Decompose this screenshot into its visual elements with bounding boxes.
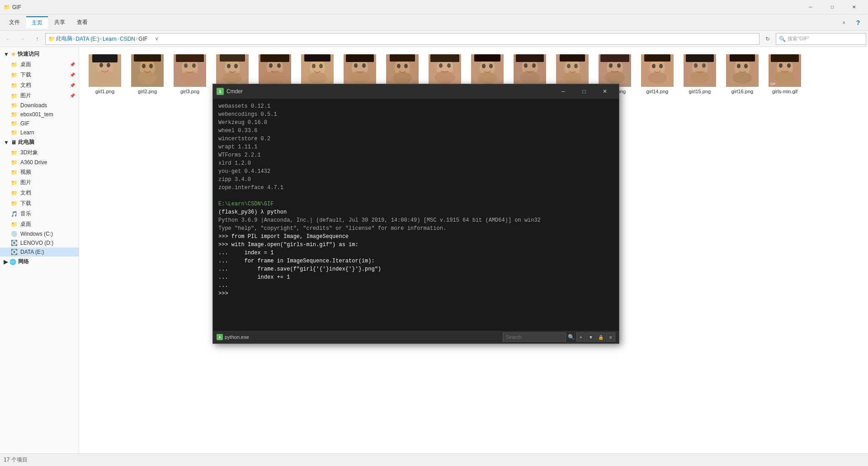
sidebar-item-drive-c[interactable]: 💿 Windows (C:) [0, 229, 79, 238]
terminal-line: zipp 3.4.0 [218, 176, 613, 184]
sidebar-item-ebox[interactable]: 📁 ebox001_tem [0, 110, 79, 119]
folder-icon: 📁 [11, 200, 18, 207]
sidebar-item-label: 桌面 [20, 61, 31, 68]
breadcrumb-data[interactable]: DATA (E:) [75, 36, 99, 42]
sidebar-item-learn[interactable]: 📁 Learn [0, 128, 79, 137]
breadcrumb-dropdown[interactable]: ∨ [150, 33, 163, 45]
tab-file[interactable]: 文件 [4, 17, 25, 28]
cmder-minimize-button[interactable]: ─ [553, 84, 574, 99]
sidebar-network[interactable]: ▶ 🌐 网络 [0, 257, 79, 267]
breadcrumb-sep2: › [100, 36, 102, 41]
file-name: girl16.png [731, 89, 753, 94]
terminal-line: webassets 0.12.1 [218, 102, 613, 110]
pin-icon: 📌 [70, 62, 75, 67]
sidebar-item-downloads-folder[interactable]: 📁 Downloads [0, 101, 79, 110]
sidebar-item-desktop[interactable]: 📁 桌面 📌 [0, 59, 79, 70]
sidebar-item-dsk[interactable]: 📁 桌面 [0, 219, 79, 229]
sidebar-item-music[interactable]: 🎵 音乐 [0, 209, 79, 219]
drive-icon: 💽 [11, 249, 18, 255]
cmder-settings-button[interactable]: 🔒 [596, 333, 605, 342]
ribbon-expand-button[interactable]: ∧ [837, 16, 850, 29]
cmder-maximize-button[interactable]: □ [574, 84, 594, 99]
svg-point-26 [265, 71, 285, 84]
cmder-add-tab-button[interactable]: + [576, 333, 585, 342]
sidebar-item-drive-e[interactable]: 💽 DATA (E:) [0, 247, 79, 257]
file-thumbnail [301, 54, 334, 87]
svg-point-22 [234, 64, 238, 68]
svg-point-75 [609, 63, 613, 68]
cmder-close-button[interactable]: ✕ [594, 84, 615, 99]
sidebar-item-3dobjects[interactable]: 📁 3D对象 [0, 147, 79, 158]
file-item-girl16[interactable]: girl16.png [722, 52, 763, 96]
pin-icon: 📌 [70, 72, 75, 77]
svg-point-46 [404, 64, 408, 68]
cmder-dropdown-button[interactable]: ▼ [586, 333, 595, 342]
forward-button[interactable]: → [16, 33, 29, 45]
svg-rect-35 [304, 54, 330, 62]
terminal-line [218, 192, 613, 200]
breadcrumb-sep1: › [73, 36, 75, 41]
file-item-girl1[interactable]: girl1.png [85, 52, 125, 96]
up-button[interactable]: ↑ [31, 33, 43, 45]
breadcrumb-pc[interactable]: 此电脑 [56, 35, 72, 43]
sidebar-item-a360[interactable]: 📁 A360 Drive [0, 158, 79, 167]
sidebar-item-downloads[interactable]: 📁 下载 📌 [0, 70, 79, 80]
file-item-girls-min-gif[interactable]: GIF girls-min.gif [764, 52, 805, 96]
sidebar-item-dl[interactable]: 📁 下载 [0, 198, 79, 209]
svg-point-70 [574, 64, 578, 68]
svg-rect-71 [560, 54, 585, 62]
terminal-line: ... for frame in ImageSequence.Iterator(… [218, 257, 613, 265]
back-button[interactable]: ← [2, 33, 14, 45]
sidebar-item-label: 下载 [20, 200, 31, 207]
sidebar-item-label: 3D对象 [20, 149, 38, 157]
file-item-girl15[interactable]: girl15.png [679, 52, 720, 96]
sidebar-item-drive-d[interactable]: 💽 LENOVO (D:) [0, 238, 79, 247]
file-name: girls-min.gif [772, 89, 797, 94]
file-thumbnail [344, 54, 376, 87]
search-box[interactable]: 🔍 搜索"GIF" [776, 33, 866, 45]
svg-rect-89 [686, 54, 714, 62]
file-item-girl3[interactable]: girl3.png [170, 52, 210, 96]
search-icon: 🔍 [568, 334, 575, 340]
folder-icon: 📁 [11, 62, 18, 68]
sidebar-item-gif[interactable]: 📁 GIF [0, 119, 79, 128]
file-item-girl2[interactable]: girl2.png [127, 52, 168, 96]
item-count: 17 个项目 [4, 456, 28, 464]
sidebar-this-pc[interactable]: ▼ 🖥 此电脑 [0, 137, 79, 147]
maximize-button[interactable]: □ [822, 0, 843, 14]
svg-point-20 [223, 72, 242, 84]
sidebar-quick-access[interactable]: ▼ ★ 快速访问 [0, 49, 79, 59]
breadcrumb-learn[interactable]: Learn [103, 36, 117, 42]
svg-point-3 [99, 63, 103, 67]
sidebar-item-pictures[interactable]: 📁 图片 📌 [0, 90, 79, 101]
ribbon-help-button[interactable]: ? [852, 16, 864, 29]
file-thumbnail [471, 54, 504, 87]
svg-point-44 [393, 72, 412, 84]
svg-point-58 [489, 64, 493, 68]
cmder-search-input[interactable] [503, 333, 566, 342]
cmder-window: λ Cmder ─ □ ✕ webassets 0.12.1 webencodi… [212, 84, 619, 344]
tab-view[interactable]: 查看 [71, 17, 93, 28]
file-name: girl15.png [689, 89, 711, 94]
sidebar-item-pics[interactable]: 📁 图片 [0, 177, 79, 188]
terminal-line: >>> from PIL import Image, ImageSequence [218, 233, 613, 241]
terminal-line: webencodings 0.5.1 [218, 110, 613, 119]
file-item-girl14[interactable]: girl14.png [637, 52, 678, 96]
file-thumbnail [216, 54, 249, 87]
sidebar-item-documents[interactable]: 📁 文档 📌 [0, 80, 79, 90]
tab-home[interactable]: 主页 [26, 16, 48, 29]
sidebar-item-label: 图片 [20, 179, 31, 186]
cmder-content[interactable]: webassets 0.12.1 webencodings 0.5.1 Werk… [213, 99, 619, 331]
breadcrumb-csdn[interactable]: CSDN [120, 36, 135, 42]
refresh-button[interactable]: ↻ [761, 33, 774, 45]
sidebar-item-docs[interactable]: 📁 文档 [0, 188, 79, 198]
svg-point-28 [277, 63, 281, 68]
sidebar-item-videos[interactable]: 📁 视频 [0, 167, 79, 177]
cmder-extra-button[interactable]: ≡ [606, 333, 615, 342]
tab-share[interactable]: 共享 [49, 17, 71, 28]
close-button[interactable]: ✕ [844, 0, 864, 14]
minimize-button[interactable]: ─ [800, 0, 821, 14]
svg-point-52 [447, 63, 451, 68]
sidebar: ▼ ★ 快速访问 📁 桌面 📌 📁 下载 📌 📁 文档 📌 📁 图片 📌 📁 D [0, 47, 79, 453]
terminal-line: ... index += 1 [218, 273, 613, 281]
